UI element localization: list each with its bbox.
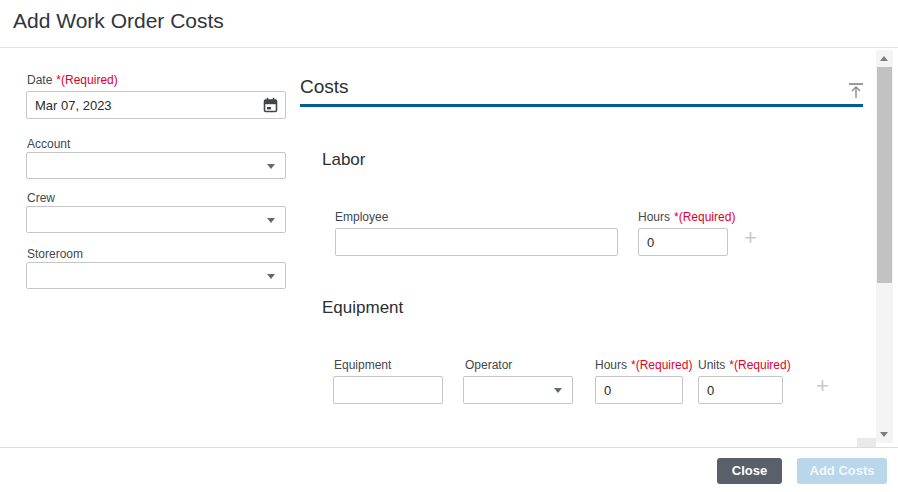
- vertical-scrollbar[interactable]: [876, 50, 893, 443]
- equipment-hours-input[interactable]: [595, 376, 683, 404]
- caret-down-icon: [267, 218, 275, 223]
- crew-select[interactable]: [26, 206, 286, 233]
- calendar-icon[interactable]: [263, 97, 278, 113]
- page-title: Add Work Order Costs: [13, 9, 224, 33]
- units-label-text: Units: [698, 358, 725, 372]
- scrollbar-down-arrow-icon[interactable]: [880, 432, 888, 437]
- equipment-hours-required-text: *(Required): [631, 358, 692, 372]
- date-label: Date*(Required): [27, 73, 118, 87]
- labor-heading: Labor: [322, 150, 365, 170]
- scrollbar-up-arrow-icon[interactable]: [880, 56, 888, 61]
- date-label-text: Date: [27, 73, 52, 87]
- account-label: Account: [27, 137, 70, 151]
- scroll-to-top-icon[interactable]: [848, 82, 864, 100]
- units-input[interactable]: [698, 376, 783, 404]
- equipment-hours-label: Hours*(Required): [595, 358, 692, 372]
- plus-icon: +: [816, 373, 829, 398]
- add-costs-button[interactable]: Add Costs: [797, 458, 887, 484]
- caret-down-icon: [554, 388, 562, 393]
- labor-hours-required-text: *(Required): [674, 210, 735, 224]
- caret-down-icon: [267, 164, 275, 169]
- caret-down-icon: [267, 274, 275, 279]
- add-labor-row-button[interactable]: +: [744, 227, 757, 249]
- header-divider: [0, 47, 898, 48]
- labor-hours-label-text: Hours: [638, 210, 670, 224]
- employee-label: Employee: [335, 210, 388, 224]
- equipment-input[interactable]: [333, 376, 443, 404]
- units-label: Units*(Required): [698, 358, 791, 372]
- add-equipment-row-button[interactable]: +: [816, 375, 829, 397]
- equipment-label: Equipment: [334, 358, 391, 372]
- close-button[interactable]: Close: [717, 458, 782, 484]
- scrollbar-thumb[interactable]: [877, 67, 892, 283]
- operator-label: Operator: [465, 358, 512, 372]
- operator-select[interactable]: [463, 376, 573, 404]
- add-work-order-costs-dialog: Add Work Order Costs Date*(Required) Acc…: [0, 0, 898, 492]
- scrollbar-corner: [857, 438, 876, 447]
- units-required-text: *(Required): [729, 358, 790, 372]
- date-input[interactable]: [26, 91, 286, 119]
- account-select[interactable]: [26, 152, 286, 179]
- plus-icon: +: [744, 225, 757, 250]
- labor-hours-input[interactable]: [638, 228, 728, 256]
- storeroom-select[interactable]: [26, 262, 286, 289]
- costs-section-underline: [300, 104, 863, 107]
- costs-heading: Costs: [300, 76, 349, 98]
- date-required-text: *(Required): [56, 73, 117, 87]
- employee-input[interactable]: [335, 228, 618, 256]
- storeroom-label: Storeroom: [27, 247, 83, 261]
- labor-hours-label: Hours*(Required): [638, 210, 735, 224]
- footer-divider: [0, 447, 898, 448]
- crew-label: Crew: [27, 191, 55, 205]
- equipment-hours-label-text: Hours: [595, 358, 627, 372]
- equipment-heading: Equipment: [322, 298, 403, 318]
